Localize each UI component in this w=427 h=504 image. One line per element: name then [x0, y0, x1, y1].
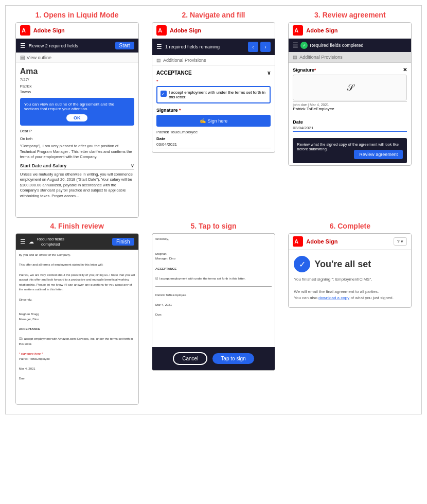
hamburger-icon-3[interactable]: ☰ [293, 42, 298, 49]
doc-section-label-2: ▤ Additional Provisions [152, 55, 275, 66]
view-outline-label: View outline [27, 55, 51, 60]
step-4-title: 4. Finish review [50, 222, 104, 230]
doc-section-text-2: Additional Provisions [163, 58, 206, 63]
step4-doc-lines: by you and an officer of the Company. Th… [19, 253, 135, 381]
svg-text:A: A [22, 27, 26, 33]
required-asterisk-2: * [156, 79, 271, 84]
step-6-number: 6. [330, 222, 336, 230]
step-1-number: 1. [35, 11, 42, 19]
step-2-phone: A Adobe Sign ☰ 1 required fields remaini… [152, 22, 275, 153]
top-bar-4: ☰ ☁ Required fields completed Finish [16, 234, 138, 250]
section-para-1: Unless we mutually agree otherwise in wr… [20, 172, 134, 199]
step-4-label: Finish review [58, 222, 104, 230]
step-3-cell: 3. Review agreement A Adobe Sign ☰ ✓ Req… [284, 11, 416, 218]
date-label-s3: Date [293, 119, 407, 125]
next-arrow-button[interactable]: › [260, 42, 271, 52]
adobe-bar-1: A Adobe Sign [16, 23, 138, 39]
step-6-title: 6. Complete [330, 222, 370, 230]
step-1-title: 1. Opens in Liquid Mode [35, 11, 119, 19]
close-icon-3[interactable]: ✕ [403, 67, 407, 73]
adobe-sign-label-2: Adobe Sign [170, 27, 201, 33]
date-section-3: Date 03/04/2021 [289, 119, 411, 136]
step-2-label: Navigate and fill [190, 11, 245, 19]
step-1-cell: 1. Opens in Liquid Mode A Adobe Sign ☰ R… [11, 11, 143, 218]
step6-header: A Adobe Sign ? ▾ [289, 234, 411, 250]
nav-bar-2: ☰ 1 required fields remaining ‹ › [152, 39, 275, 55]
checkbox-row-2[interactable]: ✓ I accept employment with under the ter… [156, 86, 271, 103]
step-6-label: Complete [337, 222, 370, 230]
step-3-label: Review agreement [323, 11, 386, 19]
top-row: 1. Opens in Liquid Mode A Adobe Sign ☰ R… [11, 11, 416, 218]
sig-meta-3: john doe | Mar 4, 2021 [293, 101, 407, 107]
check-circle-3: ✓ [300, 42, 308, 49]
step-4-number: 4. [50, 222, 57, 230]
all-set-desc: You finished signing ": EmploymentICIMS"… [294, 276, 406, 301]
tooltip-ok-button[interactable]: OK [66, 114, 88, 121]
download-link[interactable]: download a copy [318, 296, 349, 300]
step-5-cell: 5. Tap to sign Sincerely, Meghan Manager… [147, 222, 279, 405]
question-button[interactable]: ? ▾ [394, 237, 407, 246]
finish-button[interactable]: Finish [112, 238, 134, 246]
doc-section-gray-3: ▤ Additional Provisions [289, 52, 411, 63]
checkbox-checked-2[interactable]: ✓ [161, 91, 167, 97]
step6-adobe-row: A Adobe Sign [293, 236, 337, 247]
date-value-2: 03/04/2021 [156, 142, 271, 148]
step-6-phone: A Adobe Sign ? ▾ ✓ You're all set You fi… [288, 233, 412, 308]
cloud-icon-4: ☁ [29, 239, 34, 245]
all-set-title: You're all set [314, 259, 371, 270]
hamburger-icon-1[interactable]: ☰ [20, 42, 26, 49]
signature-block-3: Signature * ✕ 𝒮 john doe | Mar 4, 2021 P… [289, 63, 411, 119]
signer-name-2: Patrick ToBeEmployee [156, 130, 271, 134]
review-tooltip-3: Review what the signed copy of the agree… [293, 138, 407, 163]
acceptance-section: ACCEPTANCE ∨ * ✓ I accept employment wit… [152, 66, 275, 152]
adobe-logo-6: A [293, 236, 303, 247]
bottom-row: 4. Finish review ☰ ☁ Required fields com… [11, 222, 416, 405]
hamburger-icon-2[interactable]: ☰ [156, 43, 162, 50]
step-4-cell: 4. Finish review ☰ ☁ Required fields com… [11, 222, 143, 405]
req-completed-text-4: Required fields completed [37, 237, 64, 247]
step5-doc-lines: Sincerely, Meghan Manager, Dino ACCEPTAN… [155, 237, 272, 318]
prev-arrow-button[interactable]: ‹ [248, 42, 258, 52]
tap-to-sign-button[interactable]: Tap to sign [212, 353, 254, 364]
start-button[interactable]: Start [115, 42, 134, 49]
doc-content-1: Ama 7/27/ Patrick Towns You can view an … [16, 63, 138, 217]
step-2-number: 2. [182, 11, 188, 19]
section-icon-3: ▤ [293, 55, 297, 60]
adobe-sign-label-1: Adobe Sign [33, 27, 65, 33]
date-label-2: Date [156, 136, 271, 141]
date-val-s3: 03/04/2021 [293, 126, 407, 132]
checkbox-text-2: I accept employment with under the terms… [169, 90, 266, 99]
step5-doc: Sincerely, Meghan Manager, Dino ACCEPTAN… [152, 234, 275, 347]
tooltip-box-1: You can view an outline of the agreement… [20, 98, 134, 126]
step-3-phone: A Adobe Sign ☰ ✓ Required fields complet… [288, 22, 412, 166]
section-header-1: Start Date and Salary ∨ [20, 163, 134, 170]
adobe-sign-label-6: Adobe Sign [306, 238, 337, 245]
step-6-cell: 6. Complete A Adobe Sign ? ▾ [284, 222, 416, 405]
nav-bar-1: ☰ Review 2 required fields Start [16, 39, 138, 53]
step-2-cell: 2. Navigate and fill A Adobe Sign ☰ 1 re… [147, 11, 279, 218]
adobe-logo-3: A [293, 25, 303, 36]
outline-icon: ▤ [20, 55, 25, 60]
step-5-phone: Sincerely, Meghan Manager, Dino ACCEPTAN… [152, 233, 275, 371]
svg-text:A: A [295, 27, 299, 33]
tooltip-text-1: You can view an outline of the agreement… [24, 102, 114, 111]
nav-arrows: ‹ › [248, 42, 271, 52]
pen-icon-2: ✍ [200, 118, 206, 124]
doc-para3-1: "Company"), I am very pleased to offer y… [20, 144, 134, 160]
review-agreement-button[interactable]: Review agreement [354, 150, 403, 159]
sign-here-button[interactable]: ✍ Sign here [156, 115, 271, 127]
doc-title-1: Ama [20, 67, 134, 76]
adobe-bar-3: A Adobe Sign [289, 23, 411, 39]
sig-cursive-3: 𝒮 [347, 82, 353, 93]
adobe-logo-2: A [156, 25, 167, 36]
signature-label-2: Signature * [156, 108, 271, 113]
cancel-button-ts[interactable]: Cancel [173, 352, 207, 365]
doc-author-1: Patrick Towns [20, 84, 134, 95]
step-4-phone: ☰ ☁ Required fields completed Finish by … [15, 233, 139, 405]
hamburger-icon-4[interactable]: ☰ [20, 238, 26, 246]
doc-para2-1: On beh [20, 136, 134, 142]
step-1-label: Opens in Liquid Mode [43, 11, 118, 19]
step4-doc: by you and an officer of the Company. Th… [16, 250, 138, 404]
adobe-logo-1: A [20, 25, 30, 36]
sig-image-area-3: 𝒮 [293, 75, 407, 100]
